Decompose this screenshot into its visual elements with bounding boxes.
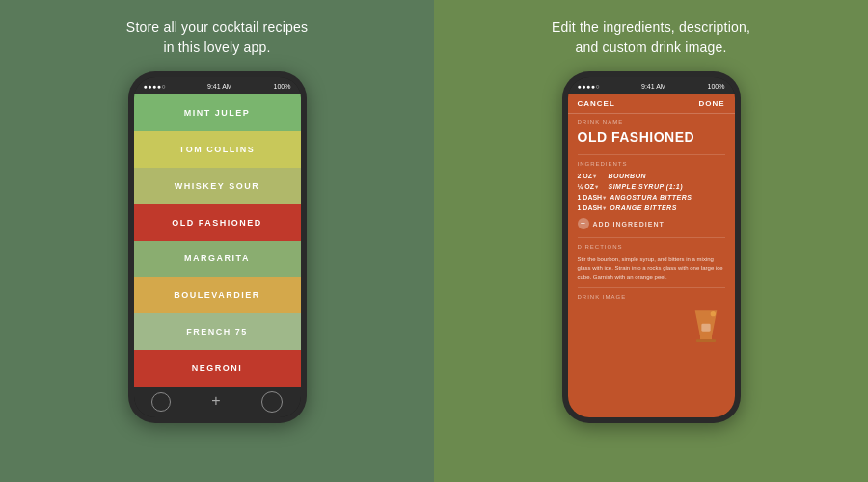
add-ingredient-icon: + — [578, 218, 589, 229]
cocktail-item[interactable]: OLD FASHIONED — [134, 204, 301, 241]
cocktail-item[interactable]: TOM COLLINS — [134, 131, 301, 168]
add-button[interactable]: + — [207, 393, 225, 411]
left-status-bar: ●●●●○ 9:41 AM 100% — [134, 77, 301, 94]
directions-text: Stir the bourbon, simple syrup, and bitt… — [578, 255, 725, 281]
drink-image-label: DRINK IMAGE — [578, 294, 725, 300]
right-tagline: Edit the ingredients, description, and c… — [552, 17, 750, 58]
unit-dropdown[interactable]: ▾ — [593, 173, 596, 179]
done-button[interactable]: DONE — [698, 99, 724, 108]
time-left: 9:41 AM — [207, 83, 232, 90]
signal-right: ●●●●○ — [578, 83, 601, 90]
ingredient-row: ¼ OZ ▾SIMPLE SYRUP (1:1) — [578, 181, 725, 192]
ingredient-row: 2 OZ ▾BOURBON — [578, 171, 725, 181]
unit-dropdown[interactable]: ▾ — [603, 204, 606, 211]
home-button[interactable] — [261, 391, 283, 413]
left-tagline: Store all your cocktail recipes in this … — [126, 17, 308, 58]
ingredient-name: ORANGE BITTERS — [610, 204, 677, 211]
drink-image-area — [578, 308, 725, 346]
ingredient-name: SIMPLE SYRUP (1:1) — [609, 183, 684, 190]
ingredients-label: INGREDIENTS — [578, 161, 725, 167]
ingredient-row: 1 DASH ▾ANGOSTURA BITTERS — [578, 192, 725, 202]
battery-left: 100% — [274, 83, 291, 90]
glass-icon — [687, 308, 725, 346]
cancel-button[interactable]: CANCEL — [578, 99, 615, 108]
ingredient-name: ANGOSTURA BITTERS — [610, 194, 692, 201]
cocktail-item[interactable]: FRENCH 75 — [134, 313, 301, 350]
cocktail-item[interactable]: MINT JULEP — [134, 94, 301, 131]
directions-label: DIRECTIONS — [578, 244, 725, 250]
divider-1 — [578, 154, 725, 155]
edit-content: DRINK NAME OLD FASHIONED INGREDIENTS 2 O… — [568, 114, 735, 417]
add-ingredient-row[interactable]: + ADD INGREDIENT — [578, 216, 725, 231]
cocktail-name: BOULEVARDIER — [174, 290, 259, 300]
ingredient-amount: 1 DASH ▾ — [578, 204, 607, 211]
add-ingredient-label: ADD INGREDIENT — [593, 221, 665, 228]
svg-rect-1 — [700, 336, 712, 339]
svg-rect-2 — [696, 339, 716, 342]
ingredient-name: BOURBON — [609, 173, 647, 179]
left-panel: Store all your cocktail recipes in this … — [0, 0, 434, 482]
edit-top-bar: CANCEL DONE — [568, 94, 735, 114]
left-phone: ●●●●○ 9:41 AM 100% MINT JULEPTOM COLLINS… — [128, 71, 307, 423]
cocktail-name: MINT JULEP — [184, 108, 251, 118]
unit-dropdown[interactable]: ▾ — [603, 194, 606, 201]
time-right: 9:41 AM — [641, 83, 666, 90]
ingredients-list: 2 OZ ▾BOURBON¼ OZ ▾SIMPLE SYRUP (1:1)1 D… — [578, 171, 725, 213]
ingredient-row: 1 DASH ▾ORANGE BITTERS — [578, 202, 725, 213]
battery-right: 100% — [708, 83, 725, 90]
edit-screen: CANCEL DONE DRINK NAME OLD FASHIONED ING… — [568, 94, 735, 417]
right-phone: ●●●●○ 9:41 AM 100% CANCEL DONE DRINK NAM… — [562, 71, 741, 423]
right-status-bar: ●●●●○ 9:41 AM 100% — [568, 77, 735, 94]
unit-dropdown[interactable]: ▾ — [595, 183, 598, 190]
ingredient-amount: 1 DASH ▾ — [578, 194, 607, 201]
divider-2 — [578, 237, 725, 238]
cocktail-list-screen: MINT JULEPTOM COLLINSWHISKEY SOUROLD FAS… — [134, 94, 301, 387]
edit-screen-wrapper: CANCEL DONE DRINK NAME OLD FASHIONED ING… — [568, 94, 735, 417]
right-panel: Edit the ingredients, description, and c… — [434, 0, 868, 482]
svg-rect-3 — [701, 324, 710, 332]
left-bottom-bar: + — [134, 387, 301, 417]
ingredient-amount: ¼ OZ ▾ — [578, 183, 605, 190]
signal-left: ●●●●○ — [144, 83, 167, 90]
cocktail-name: FRENCH 75 — [186, 327, 248, 336]
cocktail-item[interactable]: MARGARITA — [134, 241, 301, 278]
divider-3 — [578, 287, 725, 288]
drink-name-label: DRINK NAME — [578, 120, 725, 125]
svg-point-4 — [710, 311, 715, 316]
cocktail-item[interactable]: NEGRONI — [134, 350, 301, 387]
cocktail-name: OLD FASHIONED — [172, 218, 262, 228]
cocktail-name: NEGRONI — [192, 363, 243, 373]
cocktail-name: TOM COLLINS — [179, 145, 255, 154]
cocktail-name: MARGARITA — [184, 254, 250, 263]
ingredient-amount: 2 OZ ▾ — [578, 173, 605, 179]
cocktail-item[interactable]: WHISKEY SOUR — [134, 168, 301, 204]
cocktail-name: WHISKEY SOUR — [175, 181, 259, 191]
drink-name: OLD FASHIONED — [578, 129, 725, 145]
phone-icon — [151, 392, 171, 412]
cocktail-item[interactable]: BOULEVARDIER — [134, 277, 301, 313]
cocktail-list: MINT JULEPTOM COLLINSWHISKEY SOUROLD FAS… — [134, 94, 301, 387]
